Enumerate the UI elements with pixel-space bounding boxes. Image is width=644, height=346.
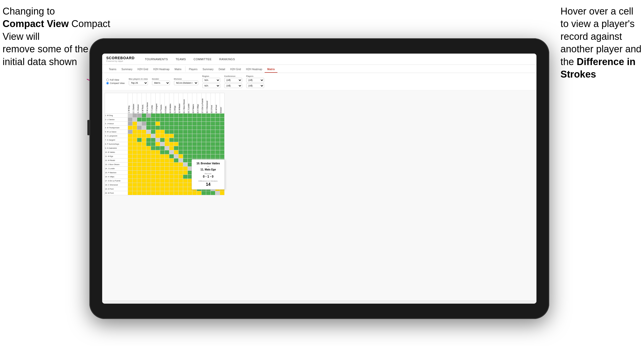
tab-h2h-grid-left[interactable]: H2H Grid	[135, 66, 151, 73]
matrix-cell[interactable]	[133, 122, 137, 126]
matrix-cell[interactable]	[174, 126, 179, 130]
refresh-button[interactable]: ↺	[129, 304, 134, 304]
matrix-cell[interactable]	[146, 154, 151, 158]
matrix-cell[interactable]	[215, 122, 220, 126]
matrix-cell[interactable]	[197, 158, 202, 163]
matrix-cell[interactable]	[169, 126, 174, 130]
matrix-cell[interactable]	[128, 163, 133, 167]
matrix-cell[interactable]	[220, 183, 225, 187]
matrix-cell[interactable]	[165, 134, 169, 138]
matrix-cell[interactable]	[192, 183, 197, 187]
step-back-button[interactable]: ⟨	[113, 304, 118, 304]
matrix-cell[interactable]	[183, 175, 188, 179]
settings-button[interactable]: ⚙	[147, 304, 152, 304]
matrix-cell[interactable]	[128, 154, 133, 158]
matrix-cell[interactable]	[151, 122, 156, 126]
matrix-cell[interactable]	[160, 142, 165, 146]
matrix-cell[interactable]	[211, 183, 215, 187]
matrix-cell[interactable]	[197, 142, 202, 146]
matrix-cell[interactable]	[202, 167, 206, 171]
matrix-cell[interactable]	[169, 142, 174, 146]
matrix-cell[interactable]	[183, 118, 188, 122]
matrix-cell[interactable]	[220, 158, 225, 163]
matrix-cell[interactable]	[215, 167, 220, 171]
redo-button[interactable]: ↪	[121, 304, 126, 304]
matrix-cell[interactable]	[192, 142, 197, 146]
matrix-cell[interactable]	[137, 146, 142, 150]
matrix-cell[interactable]	[151, 171, 156, 175]
matrix-cell[interactable]	[197, 118, 202, 122]
matrix-cell[interactable]	[174, 158, 179, 163]
matrix-cell[interactable]	[197, 146, 202, 150]
matrix-cell[interactable]	[192, 134, 197, 138]
matrix-cell[interactable]	[202, 114, 206, 118]
matrix-cell[interactable]	[215, 150, 220, 154]
matrix-cell[interactable]	[169, 114, 174, 118]
share-button[interactable]: ↗ Share	[521, 303, 533, 304]
matrix-cell[interactable]	[142, 150, 146, 154]
matrix-cell[interactable]	[169, 171, 174, 175]
matrix-cell[interactable]	[188, 154, 192, 158]
compact-view-option[interactable]: Compact View	[106, 82, 125, 84]
matrix-cell[interactable]	[169, 163, 174, 167]
matrix-cell[interactable]	[202, 126, 206, 130]
matrix-cell[interactable]	[137, 134, 142, 138]
matrix-cell[interactable]	[179, 142, 183, 146]
matrix-cell[interactable]	[169, 146, 174, 150]
matrix-cell[interactable]	[169, 167, 174, 171]
matrix-cell[interactable]	[165, 171, 169, 175]
matrix-cell[interactable]	[192, 114, 197, 118]
matrix-cell[interactable]	[206, 130, 211, 134]
matrix-cell[interactable]	[179, 158, 183, 163]
matrix-cell[interactable]	[137, 187, 142, 191]
matrix-cell[interactable]	[211, 138, 215, 142]
matrix-cell[interactable]	[202, 191, 206, 195]
matrix-cell[interactable]	[197, 183, 202, 187]
matrix-cell[interactable]	[142, 122, 146, 126]
matrix-cell[interactable]	[174, 118, 179, 122]
matrix-cell[interactable]	[202, 163, 206, 167]
matrix-cell[interactable]	[202, 171, 206, 175]
matrix-cell[interactable]	[192, 146, 197, 150]
tab-h2h-grid-right[interactable]: H2H Grid	[228, 66, 243, 73]
matrix-cell[interactable]	[211, 114, 215, 118]
matrix-cell[interactable]	[156, 154, 160, 158]
matrix-cell[interactable]	[142, 171, 146, 175]
matrix-cell[interactable]	[146, 150, 151, 154]
matrix-cell[interactable]	[192, 175, 197, 179]
matrix-cell[interactable]	[188, 142, 192, 146]
matrix-cell[interactable]	[160, 154, 165, 158]
matrix-cell[interactable]	[137, 179, 142, 183]
matrix-cell[interactable]	[128, 114, 133, 118]
matrix-cell[interactable]	[165, 146, 169, 150]
matrix-cell[interactable]	[169, 150, 174, 154]
matrix-cell[interactable]	[202, 187, 206, 191]
matrix-cell[interactable]	[133, 146, 137, 150]
matrix-cell[interactable]	[202, 175, 206, 179]
matrix-cell[interactable]	[179, 130, 183, 134]
matrix-cell[interactable]	[151, 138, 156, 142]
matrix-cell[interactable]	[142, 142, 146, 146]
matrix-cell[interactable]	[211, 134, 215, 138]
matrix-cell[interactable]	[220, 179, 225, 183]
matrix-cell[interactable]	[220, 142, 225, 146]
matrix-cell[interactable]	[192, 130, 197, 134]
matrix-cell[interactable]	[197, 114, 202, 118]
matrix-cell[interactable]	[156, 191, 160, 195]
matrix-cell[interactable]	[197, 126, 202, 130]
matrix-cell[interactable]	[151, 183, 156, 187]
matrix-cell[interactable]	[146, 122, 151, 126]
matrix-cell[interactable]	[197, 175, 202, 179]
matrix-cell[interactable]	[169, 138, 174, 142]
matrix-cell[interactable]	[215, 154, 220, 158]
matrix-cell[interactable]	[179, 167, 183, 171]
matrix-cell[interactable]	[206, 187, 211, 191]
matrix-cell[interactable]	[183, 191, 188, 195]
matrix-cell[interactable]	[215, 158, 220, 163]
matrix-cell[interactable]	[160, 187, 165, 191]
matrix-cell[interactable]	[133, 154, 137, 158]
matrix-cell[interactable]	[174, 130, 179, 134]
matrix-cell[interactable]	[206, 171, 211, 175]
matrix-cell[interactable]	[211, 171, 215, 175]
matrix-cell[interactable]	[174, 167, 179, 171]
